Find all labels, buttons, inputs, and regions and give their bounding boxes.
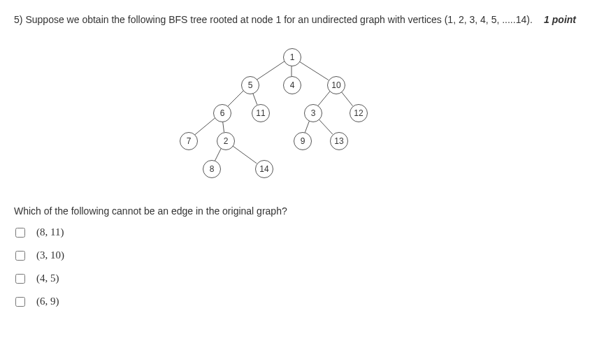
tree-node-9: 9 bbox=[294, 132, 312, 150]
svg-line-7 bbox=[194, 118, 215, 136]
option-checkbox[interactable] bbox=[15, 251, 25, 261]
bfs-tree-figure: 1541061131272913814 bbox=[155, 48, 435, 184]
option-row: (8, 11) bbox=[14, 226, 576, 238]
tree-node-2: 2 bbox=[217, 132, 235, 150]
svg-line-10 bbox=[318, 119, 333, 134]
svg-line-3 bbox=[227, 90, 243, 106]
tree-node-12: 12 bbox=[350, 104, 368, 122]
svg-line-9 bbox=[305, 120, 310, 133]
tree-node-1: 1 bbox=[283, 48, 301, 66]
option-checkbox[interactable] bbox=[15, 228, 25, 238]
option-checkbox[interactable] bbox=[15, 297, 25, 307]
tree-edges bbox=[155, 48, 435, 184]
svg-line-0 bbox=[257, 61, 285, 80]
tree-node-4: 4 bbox=[283, 76, 301, 94]
option-label: (3, 10) bbox=[36, 249, 64, 261]
svg-line-8 bbox=[222, 121, 224, 132]
options-list: (8, 11)(3, 10)(4, 5)(6, 9) bbox=[14, 226, 576, 307]
tree-node-13: 13 bbox=[330, 132, 348, 150]
tree-node-7: 7 bbox=[180, 132, 198, 150]
option-label: (8, 11) bbox=[36, 226, 64, 238]
tree-node-3: 3 bbox=[304, 104, 322, 122]
tree-node-10: 10 bbox=[327, 76, 345, 94]
tree-node-5: 5 bbox=[241, 76, 259, 94]
svg-line-4 bbox=[252, 92, 257, 105]
option-row: (3, 10) bbox=[14, 249, 576, 261]
svg-line-2 bbox=[298, 61, 329, 80]
svg-line-6 bbox=[340, 91, 352, 105]
question-points: 1 point bbox=[544, 13, 576, 27]
tree-node-11: 11 bbox=[252, 104, 270, 122]
sub-question-text: Which of the following cannot be an edge… bbox=[14, 205, 576, 217]
option-label: (6, 9) bbox=[36, 296, 59, 307]
option-row: (4, 5) bbox=[14, 272, 576, 284]
tree-node-14: 14 bbox=[255, 160, 273, 178]
svg-line-12 bbox=[232, 145, 257, 163]
option-row: (6, 9) bbox=[14, 296, 576, 307]
tree-node-8: 8 bbox=[203, 160, 221, 178]
option-checkbox[interactable] bbox=[15, 274, 25, 284]
question-number: 5) bbox=[14, 13, 22, 27]
option-label: (4, 5) bbox=[36, 272, 59, 284]
question-header: 5) Suppose we obtain the following BFS t… bbox=[14, 13, 576, 27]
svg-line-5 bbox=[318, 91, 331, 105]
tree-node-6: 6 bbox=[213, 104, 231, 122]
question-text: Suppose we obtain the following BFS tree… bbox=[25, 13, 537, 27]
svg-line-11 bbox=[215, 148, 221, 161]
